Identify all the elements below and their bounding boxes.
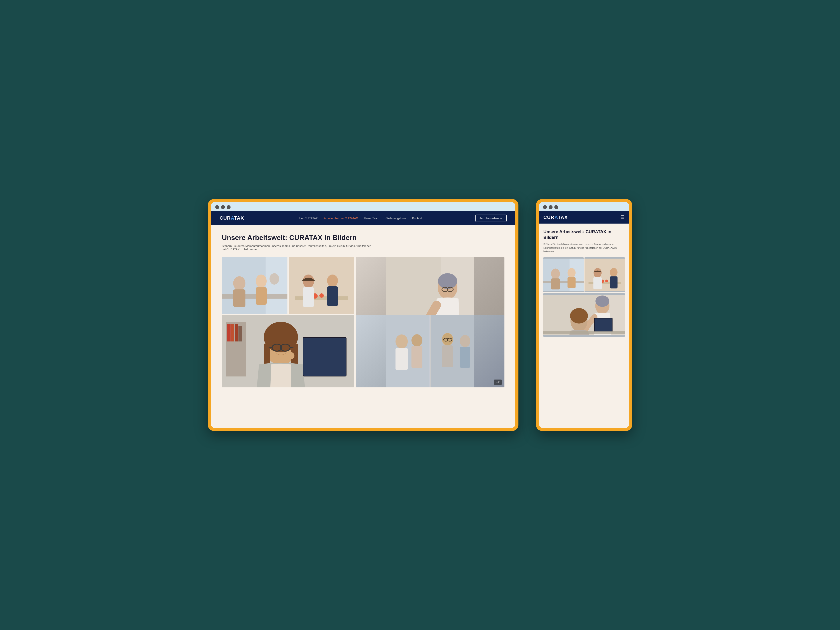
- svg-point-14: [327, 275, 338, 287]
- svg-rect-75: [593, 277, 602, 289]
- svg-point-19: [438, 273, 457, 289]
- cta-button[interactable]: Jetzt bewerben →: [475, 215, 507, 222]
- browser-inner-desktop: CURATAX Über CURATAX Arbeiten bei der CU…: [211, 202, 515, 428]
- mobile-photo-meeting2[interactable]: [584, 257, 625, 292]
- nav-link-kontakt[interactable]: Kontakt: [412, 216, 422, 220]
- svg-rect-1: [265, 257, 287, 314]
- desktop-browser: CURATAX Über CURATAX Arbeiten bei der CU…: [208, 199, 518, 431]
- svg-point-12: [303, 275, 314, 287]
- mobile-logo[interactable]: CURATAX: [543, 215, 568, 220]
- svg-rect-13: [303, 287, 314, 307]
- svg-rect-51: [395, 348, 408, 370]
- svg-rect-6: [256, 287, 267, 305]
- svg-rect-35: [238, 326, 242, 341]
- svg-rect-67: [551, 278, 560, 289]
- svg-point-11: [319, 293, 324, 298]
- svg-point-83: [570, 308, 588, 324]
- svg-point-3: [233, 276, 245, 290]
- mobile-page-title: Unsere Arbeitswelt: CURATAX in Bildern: [543, 229, 625, 240]
- dot-maximize: [227, 205, 231, 209]
- svg-point-66: [551, 268, 560, 279]
- mobile-page-content: Unsere Arbeitswelt: CURATAX in Bildern S…: [539, 224, 629, 428]
- svg-rect-34: [235, 324, 238, 341]
- svg-rect-15: [327, 286, 338, 306]
- desktop-page-content: Unsere Arbeitswelt: CURATAX in Bildern S…: [211, 225, 515, 428]
- svg-point-76: [610, 268, 617, 276]
- mobile-photo-computer[interactable]: [543, 293, 625, 337]
- svg-point-7: [270, 273, 279, 284]
- nav-link-arbeiten[interactable]: Arbeiten bei der CURATAX: [324, 216, 358, 220]
- nav-link-stellen[interactable]: Stellenangebote: [385, 216, 406, 220]
- svg-rect-33: [231, 324, 234, 341]
- mobile-dots: [543, 205, 558, 209]
- page-subtitle: Stöbern Sie durch Momentaufnahmen unsere…: [222, 244, 375, 251]
- nav-item-stellen[interactable]: Stellenangebote: [385, 216, 406, 220]
- browser-content-desktop: CURATAX Über CURATAX Arbeiten bei der CU…: [211, 211, 515, 428]
- svg-rect-77: [610, 276, 617, 288]
- svg-point-73: [605, 279, 608, 283]
- svg-point-68: [567, 268, 576, 277]
- page-title: Unsere Arbeitswelt: CURATAX in Bildern: [222, 234, 504, 242]
- svg-rect-59: [442, 346, 453, 367]
- scene: CURATAX Über CURATAX Arbeiten bei der CU…: [0, 0, 840, 630]
- mobile-dot-minimize: [549, 205, 553, 209]
- photo-meeting1[interactable]: [222, 257, 287, 314]
- svg-rect-32: [227, 324, 231, 341]
- svg-rect-61: [460, 347, 470, 368]
- svg-rect-4: [233, 289, 245, 307]
- photo-meeting2[interactable]: [289, 257, 354, 314]
- mobile-dot-maximize: [554, 205, 558, 209]
- mobile-dot-close: [543, 205, 547, 209]
- browser-dots: [215, 205, 231, 209]
- photo-group-bottom[interactable]: +2: [356, 315, 504, 387]
- svg-point-52: [412, 334, 422, 346]
- mobile-browser: CURATAX ☰ Unsere Arbeitswelt: CURATAX in…: [536, 199, 632, 431]
- svg-rect-86: [543, 331, 625, 333]
- svg-point-74: [594, 268, 602, 277]
- svg-rect-65: [543, 281, 584, 283]
- nav-item-team[interactable]: Unser Team: [364, 216, 379, 220]
- svg-rect-70: [584, 259, 625, 291]
- browser-inner-mobile: CURATAX ☰ Unsere Arbeitswelt: CURATAX in…: [539, 202, 629, 428]
- dot-minimize: [221, 205, 225, 209]
- svg-rect-47: [303, 338, 346, 376]
- mobile-chrome: [539, 202, 629, 211]
- mobile-navbar: CURATAX ☰: [539, 211, 629, 224]
- photo-woman-glasses[interactable]: [222, 315, 354, 387]
- nav-link-team[interactable]: Unser Team: [364, 216, 379, 220]
- svg-point-50: [395, 335, 408, 349]
- desktop-navbar: CURATAX Über CURATAX Arbeiten bei der CU…: [211, 211, 515, 225]
- nav-item-arbeiten[interactable]: Arbeiten bei der CURATAX: [324, 216, 358, 220]
- mobile-photo-grid: [543, 257, 625, 337]
- mobile-page-subtitle: Stöbern Sie durch Momentaufnahmen unsere…: [543, 242, 625, 253]
- svg-point-81: [595, 295, 609, 307]
- logo[interactable]: CURATAX: [219, 215, 244, 221]
- dot-close: [215, 205, 219, 209]
- browser-chrome-desktop: [211, 202, 515, 211]
- svg-rect-8: [289, 257, 354, 314]
- nav-links: Über CURATAX Arbeiten bei der CURATAX Un…: [298, 216, 422, 220]
- mobile-photo-meeting1[interactable]: [543, 257, 584, 292]
- svg-rect-85: [595, 318, 612, 332]
- svg-rect-53: [412, 346, 422, 368]
- svg-point-5: [256, 275, 267, 287]
- photos-overlay-badge[interactable]: +2: [494, 379, 502, 385]
- svg-rect-69: [567, 277, 576, 288]
- svg-rect-2: [222, 294, 287, 298]
- nav-item-kontakt[interactable]: Kontakt: [412, 216, 422, 220]
- svg-point-40: [285, 352, 294, 360]
- mobile-content: CURATAX ☰ Unsere Arbeitswelt: CURATAX in…: [539, 211, 629, 428]
- photo-grid: +2: [222, 257, 504, 387]
- nav-item-uber[interactable]: Über CURATAX: [298, 216, 318, 220]
- nav-link-uber[interactable]: Über CURATAX: [298, 216, 318, 220]
- hamburger-icon[interactable]: ☰: [621, 215, 625, 220]
- svg-point-60: [460, 335, 470, 347]
